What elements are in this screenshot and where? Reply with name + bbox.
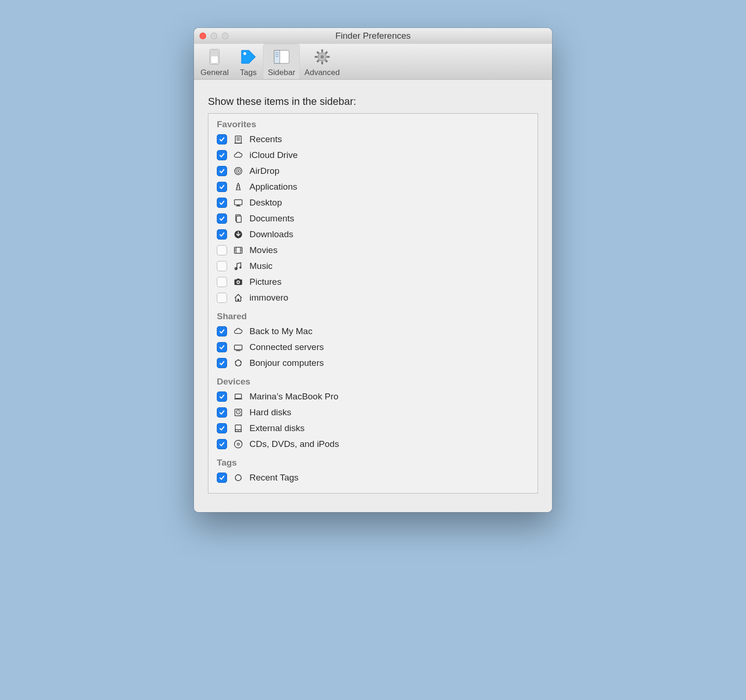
- checkbox-applications[interactable]: [217, 182, 227, 192]
- checkbox-bonjour-computers[interactable]: [217, 358, 227, 368]
- checkbox-desktop[interactable]: [217, 198, 227, 208]
- checkbox-connected-servers[interactable]: [217, 342, 227, 352]
- section-header-devices: Devices: [217, 377, 529, 387]
- cloud-icon: [233, 150, 244, 161]
- recents-icon: [233, 134, 244, 145]
- checkbox-external-disks[interactable]: [217, 423, 227, 433]
- tab-tags[interactable]: Tags: [233, 44, 263, 79]
- applications-icon: [233, 181, 244, 192]
- titlebar: Finder Preferences: [194, 28, 552, 44]
- tab-label: General: [200, 68, 228, 77]
- gear-icon: [312, 47, 332, 67]
- checkbox-marina-s-macbook-pro[interactable]: [217, 391, 227, 402]
- item-label: Documents: [249, 213, 294, 224]
- movies-icon: [233, 245, 244, 256]
- tab-general[interactable]: General: [196, 44, 233, 79]
- documents-icon: [233, 213, 244, 224]
- tab-advanced[interactable]: Advanced: [300, 44, 345, 79]
- sidebar-pref-row: Movies: [217, 242, 529, 258]
- airdrop-icon: [233, 165, 244, 177]
- sidebar-pref-row: Desktop: [217, 195, 529, 211]
- item-label: Applications: [249, 182, 297, 192]
- switch-icon: [204, 47, 225, 67]
- laptop-icon: [233, 391, 244, 402]
- checkbox-cds-dvds-and-ipods[interactable]: [217, 439, 227, 449]
- sidebar-pref-row: Documents: [217, 211, 529, 226]
- checkbox-recents[interactable]: [217, 134, 227, 144]
- desktop-icon: [233, 197, 244, 208]
- item-label: Hard disks: [249, 407, 291, 418]
- item-label: Connected servers: [249, 342, 324, 352]
- checkbox-pictures[interactable]: [217, 277, 227, 287]
- sidebar-pref-row: CDs, DVDs, and iPods: [217, 436, 529, 452]
- sidebar-pref-row: Connected servers: [217, 339, 529, 355]
- sidebar-icon: [271, 47, 292, 67]
- item-label: iCloud Drive: [249, 150, 297, 160]
- window-controls: [194, 33, 228, 39]
- home-icon: [233, 292, 244, 303]
- sidebar-pref-row: immovero: [217, 290, 529, 306]
- music-icon: [233, 261, 244, 272]
- item-label: Back to My Mac: [249, 326, 312, 336]
- item-label: Desktop: [249, 198, 282, 208]
- sidebar-pref-row: Hard disks: [217, 405, 529, 420]
- checkbox-music[interactable]: [217, 261, 227, 271]
- bonjour-icon: [233, 357, 244, 369]
- minimize-button[interactable]: [211, 33, 217, 39]
- content-area: Show these items in the sidebar: Favorit…: [194, 80, 552, 512]
- item-label: Pictures: [249, 277, 282, 287]
- sidebar-pref-row: AirDrop: [217, 163, 529, 179]
- sidebar-pref-row: Marina’s MacBook Pro: [217, 389, 529, 405]
- checkbox-airdrop[interactable]: [217, 166, 227, 176]
- zoom-button[interactable]: [222, 33, 228, 39]
- item-label: immovero: [249, 293, 288, 303]
- downloads-icon: [233, 229, 244, 240]
- tag-circle-icon: [233, 472, 244, 483]
- item-label: Downloads: [249, 229, 293, 240]
- cloud-icon: [233, 326, 244, 337]
- tab-sidebar[interactable]: Sidebar: [263, 44, 300, 79]
- checkbox-immovero[interactable]: [217, 293, 227, 303]
- item-label: Recent Tags: [249, 473, 298, 483]
- checkbox-recent-tags[interactable]: [217, 473, 227, 483]
- checkbox-hard-disks[interactable]: [217, 407, 227, 418]
- section-header-shared: Shared: [217, 311, 529, 322]
- close-button[interactable]: [200, 33, 206, 39]
- checkbox-movies[interactable]: [217, 245, 227, 255]
- sidebar-pref-row: External disks: [217, 420, 529, 436]
- sidebar-pref-row: Back to My Mac: [217, 323, 529, 339]
- pictures-icon: [233, 276, 244, 288]
- tag-icon: [238, 47, 258, 67]
- server-icon: [233, 342, 244, 353]
- item-label: Marina’s MacBook Pro: [249, 391, 338, 402]
- preferences-window: Finder Preferences General Tags Sidebar …: [194, 28, 552, 512]
- disc-icon: [233, 439, 244, 450]
- item-label: AirDrop: [249, 166, 279, 176]
- item-label: CDs, DVDs, and iPods: [249, 439, 339, 449]
- checkbox-icloud-drive[interactable]: [217, 150, 227, 160]
- tab-label: Sidebar: [268, 68, 295, 77]
- sidebar-pref-row: Pictures: [217, 274, 529, 290]
- sidebar-pref-row: Bonjour computers: [217, 355, 529, 371]
- sidebar-pref-row: Recents: [217, 131, 529, 147]
- sidebar-pref-row: Music: [217, 258, 529, 274]
- item-label: Recents: [249, 134, 282, 144]
- item-label: Bonjour computers: [249, 358, 324, 368]
- toolbar: General Tags Sidebar Advanced: [194, 44, 552, 80]
- item-label: External disks: [249, 423, 304, 433]
- checkbox-downloads[interactable]: [217, 229, 227, 240]
- instruction-label: Show these items in the sidebar:: [208, 96, 538, 108]
- sidebar-pref-row: Applications: [217, 179, 529, 195]
- checkbox-documents[interactable]: [217, 213, 227, 224]
- item-label: Movies: [249, 245, 277, 255]
- sidebar-pref-row: iCloud Drive: [217, 147, 529, 163]
- section-header-tags: Tags: [217, 458, 529, 468]
- sidebar-pref-row: Downloads: [217, 226, 529, 242]
- tab-label: Tags: [240, 68, 257, 77]
- sidebar-items-box: Favorites Recents iCloud Drive AirDrop A…: [208, 113, 538, 494]
- checkbox-back-to-my-mac[interactable]: [217, 326, 227, 336]
- external-disk-icon: [233, 423, 244, 434]
- item-label: Music: [249, 261, 273, 271]
- window-title: Finder Preferences: [194, 31, 552, 41]
- tab-label: Advanced: [304, 68, 340, 77]
